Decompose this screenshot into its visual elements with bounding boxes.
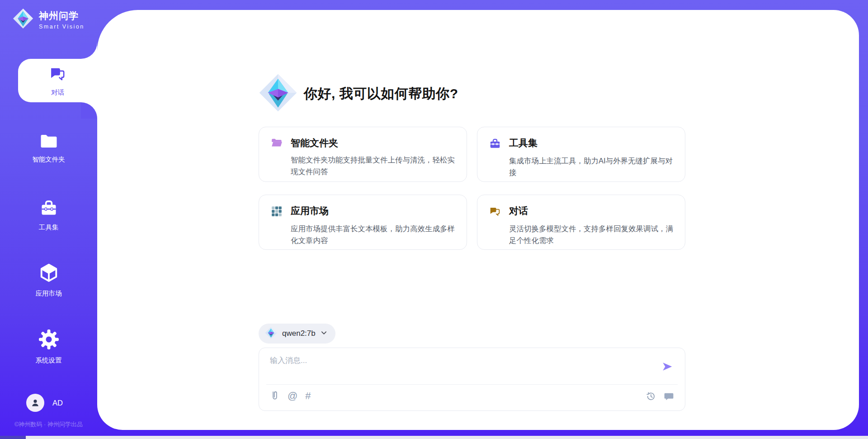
folder-icon bbox=[39, 132, 58, 151]
tab-curve-bottom bbox=[81, 102, 97, 119]
horizontal-scrollbar[interactable] bbox=[0, 436, 868, 439]
tab-curve-top bbox=[81, 43, 97, 59]
composer-tools: @ # bbox=[269, 390, 311, 401]
card-app-market[interactable]: 应用市场 应用市场提供丰富长文本模板，助力高效生成多样化文章内容 bbox=[259, 195, 467, 250]
greeting-title: 你好, 我可以如何帮助你? bbox=[304, 85, 458, 103]
model-name: qwen2:7b bbox=[282, 329, 316, 338]
message-composer: @ # bbox=[259, 348, 685, 411]
card-title: 工具集 bbox=[509, 137, 673, 151]
greeting: 你好, 我可以如何帮助你? bbox=[259, 73, 458, 114]
sidebar-item-label: 智能文件夹 bbox=[32, 155, 65, 164]
avatar bbox=[26, 394, 44, 412]
sidebar-item-label: 应用市场 bbox=[36, 289, 62, 298]
brand: 神州问学 Smart Vision bbox=[13, 8, 85, 31]
scrollbar-thumb[interactable] bbox=[0, 436, 26, 439]
sidebar-item-smart-folder[interactable]: 智能文件夹 bbox=[0, 132, 97, 164]
sidebar-item-label: 对话 bbox=[51, 88, 64, 97]
card-title: 应用市场 bbox=[291, 205, 455, 219]
chevron-down-icon bbox=[321, 329, 327, 338]
history-icon[interactable] bbox=[646, 391, 656, 401]
sidebar-item-settings[interactable]: 系统设置 bbox=[0, 329, 97, 365]
diamond-logo-icon bbox=[13, 8, 33, 31]
sidebar-item-app-market[interactable]: 应用市场 bbox=[0, 262, 97, 298]
card-title: 对话 bbox=[509, 205, 673, 219]
brand-name: 神州问学 bbox=[39, 10, 85, 22]
composer-tools-right bbox=[646, 391, 674, 401]
gear-icon bbox=[38, 329, 60, 352]
message-input[interactable] bbox=[270, 355, 645, 377]
grid-icon bbox=[271, 205, 290, 219]
chat-bubble-icon[interactable] bbox=[664, 391, 674, 401]
toolbox-icon bbox=[39, 198, 59, 219]
card-smart-folder[interactable]: 智能文件夹 智能文件夹功能支持批量文件上传与清洗，轻松实现文件问答 bbox=[259, 127, 467, 182]
card-chat[interactable]: 对话 灵活切换多模型文件，支持多样回复效果调试，满足个性化需求 bbox=[477, 195, 685, 250]
model-selector[interactable]: qwen2:7b bbox=[259, 324, 335, 344]
card-toolset[interactable]: 工具集 集成市场上主流工具，助力AI与外界无缝扩展与对接 bbox=[477, 127, 685, 182]
card-description: 智能文件夹功能支持批量文件上传与清洗，轻松实现文件问答 bbox=[291, 154, 455, 177]
hashtag-icon[interactable]: # bbox=[305, 391, 311, 401]
avatar-person-icon bbox=[30, 397, 41, 408]
main-content: 你好, 我可以如何帮助你? 智能文件夹 智能文件夹功能支持批量文件上传与清洗，轻… bbox=[97, 10, 859, 430]
toolbox-icon bbox=[489, 137, 508, 151]
brand-subtitle: Smart Vision bbox=[39, 24, 85, 30]
mention-icon[interactable]: @ bbox=[288, 391, 297, 401]
diamond-logo-icon bbox=[259, 73, 297, 114]
card-title: 智能文件夹 bbox=[291, 137, 455, 150]
sidebar-footer: ©神州数码 · 神州问学出品 bbox=[0, 420, 97, 429]
app-window: 神州问学 Smart Vision 对话 智能文件夹 bbox=[0, 0, 868, 439]
user-name: AD bbox=[52, 399, 63, 407]
cube-icon bbox=[38, 262, 59, 285]
chat-icon bbox=[48, 64, 67, 85]
card-description: 应用市场提供丰富长文本模板，助力高效生成多样化文章内容 bbox=[291, 223, 455, 246]
sidebar-item-toolset[interactable]: 工具集 bbox=[0, 198, 97, 232]
composer-divider bbox=[266, 384, 678, 385]
diamond-logo-icon bbox=[265, 327, 277, 341]
card-description: 灵活切换多模型文件，支持多样回复效果调试，满足个性化需求 bbox=[509, 223, 673, 246]
folder-open-icon bbox=[271, 137, 290, 150]
user-profile[interactable]: AD bbox=[0, 394, 97, 412]
attachment-icon[interactable] bbox=[269, 390, 280, 401]
sidebar: 神州问学 Smart Vision 对话 智能文件夹 bbox=[0, 0, 97, 439]
sidebar-item-label: 工具集 bbox=[39, 223, 59, 232]
sidebar-item-chat[interactable]: 对话 bbox=[18, 59, 97, 102]
card-description: 集成市场上主流工具，助力AI与外界无缝扩展与对接 bbox=[509, 155, 673, 178]
sidebar-item-label: 系统设置 bbox=[36, 356, 62, 365]
chat-icon bbox=[489, 205, 508, 219]
send-icon[interactable] bbox=[661, 361, 673, 372]
